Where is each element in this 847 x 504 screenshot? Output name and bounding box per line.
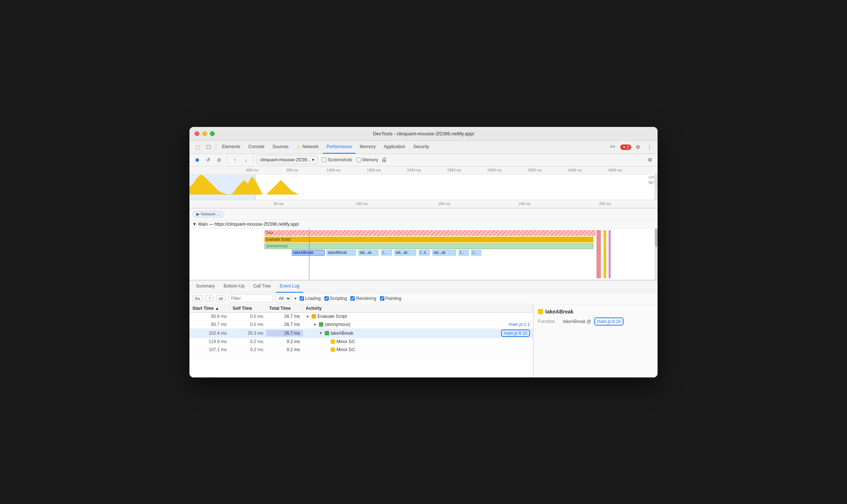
loading-checkbox[interactable]: [300, 296, 304, 301]
expand-icon-0[interactable]: ▼: [306, 315, 309, 319]
url-select[interactable]: clinquant-mousse-2f239... ▾: [257, 155, 317, 164]
th-self-time[interactable]: Self Time: [230, 304, 266, 312]
flame-scrollbar-thumb[interactable]: [655, 229, 658, 247]
close-button[interactable]: [195, 131, 199, 136]
table-row[interactable]: 80.6 ms 0.0 ms 26.7 ms ▼ Evaluate Script: [189, 313, 533, 321]
activity-link-1[interactable]: main.js:1:1: [509, 322, 530, 327]
network-pill[interactable]: ▶ Network ...: [192, 211, 224, 218]
flame-scrollbar[interactable]: [655, 229, 658, 280]
tab-call-tree[interactable]: Call Tree: [250, 280, 275, 293]
tab-bottom-up[interactable]: Bottom-Up: [220, 280, 248, 293]
settings-icon[interactable]: ⚙: [633, 142, 643, 152]
capture-settings-icon[interactable]: 🖨: [381, 157, 387, 163]
more-tabs-button[interactable]: >>: [606, 140, 619, 154]
task-label: Task: [266, 231, 274, 235]
tab-elements[interactable]: Elements: [218, 140, 244, 154]
painting-check[interactable]: Painting: [380, 296, 401, 301]
more-options-icon[interactable]: ⋮: [644, 142, 655, 152]
activity-text-1: (anonymous): [325, 322, 350, 327]
aa-filter-btn[interactable]: Aa: [192, 295, 202, 302]
category-chevron-icon[interactable]: ▾: [294, 296, 297, 301]
scripting-checkbox[interactable]: [324, 296, 329, 301]
tab-network[interactable]: ⚠ Network: [293, 140, 322, 154]
tick-1499: 1499 ms: [327, 168, 340, 172]
table-row[interactable]: 119.9 ms 0.2 ms 0.2 ms Minor GC: [189, 338, 533, 346]
tab-summary[interactable]: Summary: [192, 280, 218, 293]
loading-label: Loading: [305, 296, 321, 301]
take-a-break-bar-1[interactable]: takeABreak: [327, 250, 356, 256]
loading-check[interactable]: Loading: [300, 296, 321, 301]
filter-input[interactable]: [229, 294, 272, 302]
table-row[interactable]: 107.1 ms 0.2 ms 0.2 ms Minor GC: [189, 346, 533, 354]
expand-icon-2[interactable]: ▼: [319, 331, 323, 335]
td-start-3: 119.9 ms: [189, 338, 230, 345]
tab-bar-label-5: t...k: [420, 251, 426, 255]
tab-sources[interactable]: Sources: [269, 140, 292, 154]
take-a-break-bar-selected[interactable]: takeABreak: [292, 250, 325, 256]
tab-memory[interactable]: Memory: [356, 140, 379, 154]
take-a-break-bar-6[interactable]: tak...ak: [432, 250, 456, 256]
tab-performance[interactable]: Performance: [323, 140, 355, 154]
url-value: clinquant-mousse-2f239...: [260, 157, 310, 162]
device-icon[interactable]: ☐: [203, 142, 214, 152]
tab-bar-label-8: t...: [473, 251, 477, 255]
overview-scrollbar-thumb[interactable]: [655, 174, 658, 189]
expand-icon-1[interactable]: ▼: [313, 323, 317, 327]
inspect-icon[interactable]: ⬚: [192, 142, 203, 152]
download-button[interactable]: ↓: [241, 155, 251, 165]
td-start-2: 102.4 ms: [189, 330, 230, 336]
screenshots-checkbox[interactable]: [322, 158, 326, 162]
table-row-selected[interactable]: 102.4 ms 26.3 ms 26.7 ms ▼ takeABreak ma…: [189, 329, 533, 338]
take-a-break-bar-2[interactable]: tak...ak: [358, 250, 379, 256]
memory-checkbox-label[interactable]: Memory: [357, 157, 378, 162]
tab-console[interactable]: Console: [245, 140, 268, 154]
record-button[interactable]: ⏺: [192, 155, 202, 165]
take-a-break-bar-5[interactable]: t...k: [419, 250, 430, 256]
th-start-time[interactable]: Start Time ▲: [189, 304, 230, 312]
tab-application[interactable]: Application: [380, 140, 409, 154]
activity-link-2[interactable]: main.js:6:10: [501, 330, 530, 337]
tab-bar-label-0: takeABreak: [293, 251, 313, 255]
perf-settings-icon[interactable]: ⚙: [645, 155, 655, 165]
take-a-break-bar-7[interactable]: t...: [459, 250, 469, 256]
take-a-break-bar-4[interactable]: tak...ak: [394, 250, 416, 256]
rendering-check[interactable]: Rendering: [350, 296, 376, 301]
category-select[interactable]: All: [275, 294, 291, 302]
detail-function-value: takeABreak @: [563, 319, 591, 324]
memory-checkbox[interactable]: [357, 158, 361, 162]
case-filter-btn[interactable]: ab: [216, 295, 226, 302]
anonymous-bar[interactable]: (anonymous): [264, 243, 594, 249]
devtools-window: DevTools - clinquant-mousse-2f2396.netli…: [189, 127, 658, 377]
take-a-break-bar-3[interactable]: t...: [381, 250, 392, 256]
minimize-button[interactable]: [202, 131, 207, 136]
td-start-0: 80.6 ms: [189, 313, 230, 320]
detail-title: takeABreak: [538, 309, 653, 315]
reload-button[interactable]: ↺: [203, 155, 213, 165]
table-row[interactable]: 80.7 ms 0.0 ms 26.7 ms ▼ (anonymous) mai…: [189, 321, 533, 329]
timeline-overview[interactable]: CPU NET: [189, 174, 658, 200]
td-total-1: 26.7 ms: [266, 321, 303, 328]
screenshots-checkbox-label[interactable]: Screenshots: [322, 157, 352, 162]
tab-security[interactable]: Security: [410, 140, 433, 154]
upload-button[interactable]: ↑: [230, 155, 240, 165]
take-a-break-bar-8[interactable]: t...: [471, 250, 481, 256]
window-title: DevTools - clinquant-mousse-2f2396.netli…: [373, 131, 474, 136]
maximize-button[interactable]: [210, 131, 215, 136]
tab-bar-label-7: t...: [460, 251, 464, 255]
regex-filter-btn[interactable]: .*: [205, 295, 213, 302]
error-count: 2: [627, 145, 629, 149]
painting-checkbox[interactable]: [380, 296, 384, 301]
main-expand-icon: ▼: [192, 222, 197, 227]
detail-function-link[interactable]: main.js:6:10: [594, 317, 624, 326]
rendering-checkbox[interactable]: [350, 296, 355, 301]
task-bar[interactable]: Task: [264, 230, 595, 236]
overview-scrollbar[interactable]: [655, 174, 658, 200]
th-activity[interactable]: Activity: [303, 304, 533, 312]
th-total-time[interactable]: Total Time: [266, 304, 303, 312]
tab-bar-label-6: tak...ak: [434, 251, 445, 255]
evaluate-script-bar[interactable]: Evaluate Script: [264, 237, 594, 242]
scripting-check[interactable]: Scripting: [324, 296, 347, 301]
toolbar-right: ⚙: [645, 155, 655, 165]
clear-button[interactable]: ⊘: [214, 155, 224, 165]
tab-event-log[interactable]: Event Log: [276, 280, 303, 293]
